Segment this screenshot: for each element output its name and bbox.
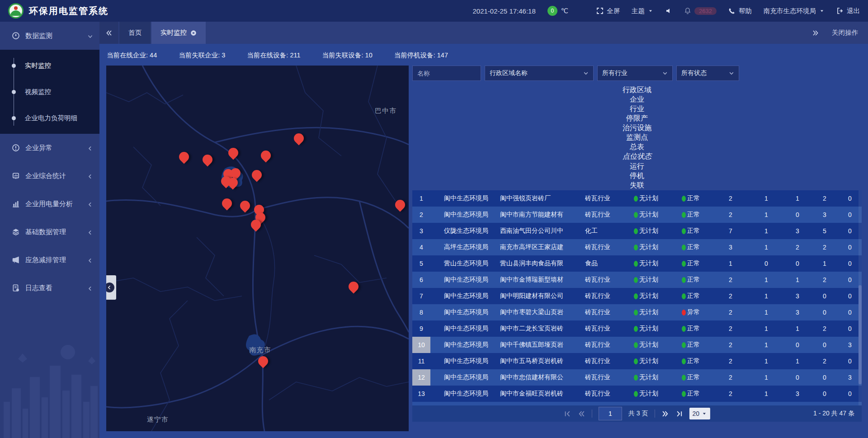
logout-button[interactable]: 退出	[836, 7, 860, 15]
region-filter-select[interactable]: 行政区域名称	[485, 66, 594, 81]
cell-stop: 2	[811, 325, 838, 332]
content-area: 当前在线企业: 44当前失联企业: 3当前在线设备: 211当前失联设备: 10…	[99, 44, 868, 438]
tab-close-icon[interactable]	[190, 30, 197, 36]
map-pin[interactable]	[228, 178, 238, 188]
cell-meter: 1	[749, 390, 784, 397]
temperature-unit: ℃	[561, 7, 568, 14]
logout-label: 退出	[847, 7, 860, 15]
theme-dropdown[interactable]: 主题	[632, 7, 653, 15]
cell-points: 2	[712, 358, 749, 365]
table-row[interactable]: 12阆中生态环境局阆中市忠信建材有限公砖瓦行业无计划正常21003	[412, 369, 862, 386]
table-row[interactable]: 5营山生态环境局营山县润丰肉食品有限食品无计划正常10010	[412, 255, 862, 272]
table-row[interactable]: 8阆中生态环境局阆中市枣碧大梁山页岩砖瓦行业无计划异常21300	[412, 304, 862, 320]
map-pin[interactable]	[258, 356, 268, 366]
chevron-left-icon	[87, 257, 93, 263]
cell-region: 阆中生态环境局	[430, 390, 497, 398]
fullscreen-button[interactable]: 全屏	[596, 7, 620, 15]
gauge-icon	[12, 32, 20, 40]
cell-company: 阆中市南方节能建材有	[497, 211, 583, 219]
table-row[interactable]: 11阆中生态环境局阆中市五马桥页岩机砖砖瓦行业无计划正常21120	[412, 353, 862, 369]
name-filter-input[interactable]	[412, 66, 481, 81]
map-pin[interactable]	[252, 170, 262, 180]
close-operations-button[interactable]: 关闭操作	[832, 28, 858, 37]
sidebar-item-label: 基础数据管理	[25, 228, 82, 236]
cell-region: 阆中生态环境局	[430, 341, 497, 349]
map-pin[interactable]	[222, 198, 232, 208]
cell-industry: 食品	[583, 259, 623, 268]
cell-company: 阆中强锐页岩砖厂	[497, 194, 583, 203]
tab-首页[interactable]: 首页	[119, 22, 151, 44]
table-row[interactable]: 2阆中生态环境局阆中市南方节能建材有砖瓦行业无计划正常21030	[412, 207, 862, 223]
pager-controls: 共 3 页 20	[564, 407, 710, 420]
table-row[interactable]: 6阆中生态环境局阆中市金博瑞新型墙材砖瓦行业无计划正常21120	[412, 272, 862, 288]
map-pin[interactable]	[395, 200, 405, 210]
phone-icon	[728, 7, 736, 14]
industry-filter-select[interactable]: 所有行业	[597, 66, 673, 81]
map-pin[interactable]	[294, 133, 304, 143]
map-pin[interactable]	[240, 201, 250, 211]
table-scrollbar[interactable]	[859, 190, 862, 405]
sidebar-item-label: 企业异常	[25, 144, 82, 152]
cell-facility-status: 正常	[669, 211, 712, 219]
sidebar-item[interactable]: 企业用电量分析	[0, 190, 99, 218]
prev-page-button[interactable]	[578, 410, 585, 418]
cell-stop: 2	[811, 244, 838, 251]
sidebar-item[interactable]: 企业异常	[0, 134, 99, 162]
app-logo-icon	[8, 3, 24, 19]
sidebar-subitem[interactable]: 实时监控	[0, 52, 99, 79]
cell-company: 南充市高坪区王家店建	[497, 243, 583, 251]
notifications-button[interactable]: 2632	[684, 7, 717, 15]
map-pin[interactable]	[228, 148, 238, 158]
map-pin[interactable]	[231, 168, 241, 178]
tabs-scroll-right-button[interactable]	[812, 29, 819, 37]
caret-down-icon	[648, 8, 653, 14]
map-panel[interactable]: 巴中市南充市遂宁市	[106, 66, 409, 431]
help-button[interactable]: 帮助	[728, 7, 752, 15]
table-row[interactable]: 13阆中生态环境局阆中市金福旺页岩机砖砖瓦行业无计划正常21300	[412, 386, 862, 402]
map-pin[interactable]	[251, 220, 261, 230]
cell-points: 2	[712, 374, 749, 381]
cell-meter: 1	[749, 211, 784, 218]
sidebar-item[interactable]: 企业综合统计	[0, 162, 99, 190]
table-row[interactable]: 4高坪生态环境局南充市高坪区王家店建砖瓦行业无计划正常31220	[412, 239, 862, 255]
limit-status-dot	[634, 358, 638, 364]
cell-region: 高坪生态环境局	[430, 243, 497, 251]
page-size-select[interactable]: 20	[689, 408, 711, 419]
map-pin[interactable]	[179, 152, 189, 162]
map-pin[interactable]	[349, 282, 359, 292]
scrollbar-thumb[interactable]	[859, 285, 862, 384]
page-input[interactable]	[599, 407, 622, 420]
cell-points: 2	[712, 309, 749, 316]
limit-status-dot	[634, 228, 638, 234]
table-row[interactable]: 1阆中生态环境局阆中强锐页岩砖厂砖瓦行业无计划正常21120	[412, 190, 862, 207]
table-row[interactable]: 7阆中生态环境局阆中明阳建材有限公司砖瓦行业无计划正常21300	[412, 288, 862, 304]
table-row[interactable]: 9阆中生态环境局阆中市二龙长宝页岩砖砖瓦行业无计划正常21120	[412, 320, 862, 337]
sidebar-item[interactable]: 日志查看	[0, 274, 99, 302]
cell-stop: 5	[811, 227, 838, 235]
table-row[interactable]: 10阆中生态环境局阆中千佛镇五郎垭页岩砖瓦行业无计划正常21003	[412, 337, 862, 353]
map-pin[interactable]	[203, 155, 212, 165]
table-row[interactable]: 3仪陇生态环境局西南油气田分公司川中化工无计划正常71350	[412, 223, 862, 239]
sidebar-subitem[interactable]: 视频监控	[0, 79, 99, 105]
first-page-button[interactable]	[564, 410, 571, 418]
table-row[interactable]: 14阆中生态环境局阆中大兴页岩机砖厂砖瓦行业无计划正常21120	[412, 402, 862, 405]
next-page-button[interactable]	[661, 410, 669, 418]
cell-facility-status: 正常	[669, 259, 712, 268]
sidebar-item[interactable]: 基础数据管理	[0, 218, 99, 246]
facility-status-dot	[682, 310, 686, 316]
limit-status-dot	[634, 375, 638, 381]
map-pin[interactable]	[261, 151, 271, 160]
mute-button[interactable]	[665, 7, 672, 14]
status-filter-select[interactable]: 所有状态	[676, 66, 739, 81]
tabs-scroll-left-button[interactable]	[99, 22, 118, 44]
tab-实时监控[interactable]: 实时监控	[151, 22, 206, 44]
datetime-label: 2021-02-25 17:46:18	[472, 7, 535, 15]
cell-run: 3	[784, 292, 811, 300]
last-page-button[interactable]	[675, 410, 683, 418]
limit-status-dot	[634, 310, 638, 316]
org-dropdown[interactable]: 南充市生态环境局	[764, 7, 825, 15]
sidebar-subitem[interactable]: 企业电力负荷明细	[0, 105, 99, 131]
sidebar-item[interactable]: 数据监测	[0, 22, 99, 50]
sidebar-item[interactable]: 应急减排管理	[0, 246, 99, 274]
map-collapse-handle[interactable]	[106, 275, 116, 300]
